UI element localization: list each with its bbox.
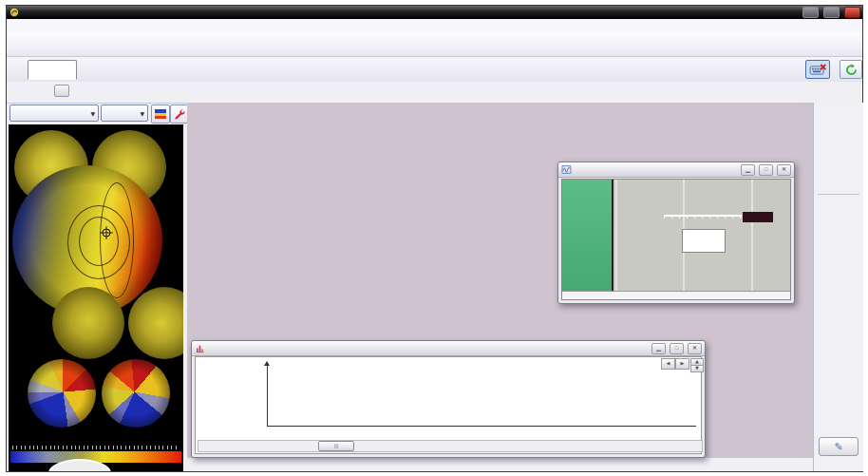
- menu-bar: [7, 19, 862, 33]
- signal-minimize-button[interactable]: ▁: [741, 164, 755, 176]
- fft-y-axis-arrow: [264, 361, 270, 366]
- keyboard-marker-button[interactable]: [805, 60, 830, 79]
- amplitude-tag: [743, 212, 773, 222]
- pencil-icon: ✎: [834, 441, 842, 453]
- map-settings-button[interactable]: [170, 105, 189, 124]
- brain-map-panel[interactable]: [9, 124, 183, 471]
- navigation-sidebar: ✎: [813, 103, 863, 471]
- secondary-toolbar: [7, 57, 862, 83]
- current-scale-tickmarks: [12, 446, 179, 449]
- signal-close-button[interactable]: ✕: [777, 164, 791, 176]
- signal-plot: [612, 180, 790, 291]
- fft-horizontal-scrollbar[interactable]: |||: [198, 440, 703, 452]
- app-icon: [9, 8, 19, 17]
- timeline-ruler-bar: [7, 82, 862, 104]
- fft-scroll-right-button[interactable]: ▶: [675, 358, 689, 370]
- wrench-icon: [174, 108, 185, 120]
- fft-maximize-button[interactable]: □: [670, 343, 684, 354]
- map-mode-select[interactable]: ▼: [9, 105, 99, 122]
- time-ruler[interactable]: [7, 82, 863, 103]
- window-bottom-strip: [183, 458, 797, 470]
- brain-map-7: [28, 359, 96, 428]
- fft-close-button[interactable]: ✕: [688, 343, 702, 354]
- fft-spectrum-window[interactable]: ▁ □ ✕ ◀ ▶ ▲ ▼ |||: [191, 340, 706, 458]
- minimize-button[interactable]: [802, 7, 819, 18]
- y-axis-scale-column: [797, 103, 813, 458]
- signal-content: [561, 179, 791, 300]
- isoline-ring: [100, 182, 134, 298]
- fft-minimize-button[interactable]: ▁: [651, 343, 666, 354]
- maximize-button[interactable]: [823, 7, 840, 18]
- fft-spin-down-button[interactable]: ▼: [690, 365, 704, 372]
- fft-x-axis: [267, 426, 696, 427]
- app-window: ▼ ▼: [6, 5, 863, 472]
- timeline-scroll-thumb[interactable]: [54, 85, 69, 97]
- signal-window[interactable]: ▁ □ ✕: [557, 162, 795, 304]
- map-average-select[interactable]: ▼: [101, 105, 148, 122]
- refresh-icon: [845, 64, 858, 76]
- close-button[interactable]: [844, 7, 860, 18]
- sidebar-divider: [818, 194, 859, 195]
- annotate-pencil-button[interactable]: ✎: [819, 437, 859, 456]
- brain-map-8: [102, 359, 170, 428]
- map-panel-header: ▼ ▼: [9, 104, 183, 124]
- measure-ruler-ticks: [664, 216, 742, 219]
- channel-tab-f3f4[interactable]: [28, 60, 77, 80]
- signal-scrollbar[interactable]: [562, 291, 790, 299]
- brain-map-5: [52, 287, 124, 359]
- chevron-down-icon: ▼: [90, 110, 95, 117]
- signal-window-titlebar[interactable]: ▁ □ ✕: [558, 162, 794, 178]
- color-scale-icon: [155, 109, 166, 119]
- fft-scrollbar-thumb[interactable]: |||: [318, 441, 354, 451]
- color-scale-button[interactable]: [151, 105, 170, 124]
- channel-label-panel: [562, 180, 613, 291]
- main-toolbar: [7, 32, 862, 57]
- cursor-info-box: [682, 229, 726, 253]
- signal-maximize-button[interactable]: □: [759, 164, 773, 176]
- window-titlebar[interactable]: [7, 6, 862, 19]
- fft-window-icon: [195, 343, 205, 353]
- desktop: { "titlebar": { "title": "Elmiko DigiTra…: [0, 0, 868, 476]
- electrode-crosshair-icon: [100, 226, 113, 239]
- brain-map-6: [128, 287, 183, 359]
- fft-scroll-left-button[interactable]: ◀: [661, 358, 675, 370]
- fft-y-axis: [267, 365, 268, 426]
- chevron-down-icon: ▼: [140, 110, 144, 117]
- signal-window-icon: [561, 164, 572, 175]
- keyboard-x-icon: [809, 64, 827, 76]
- fft-window-titlebar[interactable]: ▁ □ ✕: [192, 341, 705, 356]
- refresh-button[interactable]: [840, 60, 862, 79]
- fft-plot-area: ◀ ▶ ▲ ▼ |||: [195, 356, 702, 454]
